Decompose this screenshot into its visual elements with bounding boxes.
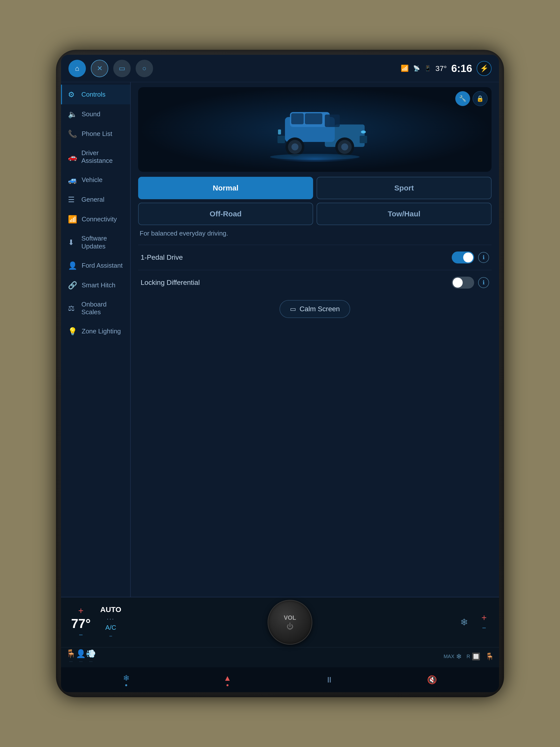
locking-diff-knob bbox=[453, 278, 463, 288]
one-pedal-knob bbox=[463, 253, 473, 262]
person-icon: 👤 bbox=[76, 649, 86, 659]
sidebar-item-general[interactable]: ☰ General bbox=[61, 190, 130, 209]
sidebar-item-sound[interactable]: 🔈 Sound bbox=[61, 104, 130, 124]
person-dots: ··· bbox=[79, 659, 82, 664]
smart-hitch-icon: 🔗 bbox=[68, 281, 77, 290]
close-icon: ✕ bbox=[97, 64, 103, 73]
mode-description: For balanced everyday driving. bbox=[138, 230, 491, 237]
seat-dots: ··· bbox=[69, 659, 73, 664]
screen-button[interactable]: ▭ bbox=[113, 60, 131, 77]
svg-rect-8 bbox=[291, 113, 304, 124]
locking-diff-toggle[interactable] bbox=[452, 277, 474, 289]
zone-lighting-icon: 💡 bbox=[68, 327, 77, 336]
general-label: General bbox=[81, 196, 105, 203]
max-fan-strip-button[interactable]: ❄ bbox=[123, 673, 130, 686]
svg-point-12 bbox=[291, 144, 298, 150]
car-icon-group: 🔧 🔒 bbox=[455, 91, 487, 106]
max-defrost-button[interactable]: MAX ❄ bbox=[444, 652, 461, 661]
sidebar-item-driver-assistance[interactable]: 🚗 Driver Assistance bbox=[61, 144, 130, 170]
mode-towhaul-label: Tow/Haul bbox=[388, 210, 420, 218]
fan-speed-button[interactable]: 💨 ··· bbox=[86, 649, 96, 664]
phone-list-icon: 📞 bbox=[68, 129, 77, 138]
mode-sport-button[interactable]: Sport bbox=[317, 177, 491, 199]
alexa-button[interactable]: ○ bbox=[136, 60, 153, 77]
sound-label: Sound bbox=[82, 110, 100, 118]
ac-label: A/C bbox=[105, 624, 116, 632]
svg-point-16 bbox=[361, 130, 366, 133]
car-settings-button[interactable]: 🔧 bbox=[455, 91, 470, 106]
mute-button[interactable]: 🔇 bbox=[427, 675, 437, 685]
home-icon: ⌂ bbox=[75, 65, 79, 73]
temp-right-plus-button[interactable]: + bbox=[481, 613, 486, 623]
vol-knob-wrapper: VOL ⏻ bbox=[126, 600, 454, 645]
temp-left-minus-button[interactable]: − bbox=[79, 631, 83, 639]
connectivity-label: Connectivity bbox=[82, 215, 117, 223]
hvac-icons-row: 🪑 ··· 👤 ··· 💨 ··· MAX ❄ bbox=[61, 647, 499, 667]
calm-screen-button[interactable]: ▭ Calm Screen bbox=[279, 300, 350, 318]
pause-icon: ⏸ bbox=[325, 675, 333, 685]
sidebar-item-onboard-scales[interactable]: ⚖ Onboard Scales bbox=[61, 295, 130, 321]
sidebar-item-smart-hitch[interactable]: 🔗 Smart Hitch bbox=[61, 275, 130, 295]
controls-label: Controls bbox=[81, 91, 106, 98]
seat-heat-left-button[interactable]: 🪑 ··· bbox=[66, 649, 76, 664]
locking-diff-label: Locking Differential bbox=[141, 279, 452, 287]
sidebar-item-connectivity[interactable]: 📶 Connectivity bbox=[61, 209, 130, 229]
locking-diff-info-button[interactable]: ℹ bbox=[478, 277, 489, 288]
temp-left-plus-button[interactable]: + bbox=[78, 606, 83, 616]
sidebar-item-ford-assistant[interactable]: 👤 Ford Assistant bbox=[61, 256, 130, 275]
sidebar-item-vehicle[interactable]: 🚙 Vehicle bbox=[61, 170, 130, 190]
rear-defrost-button[interactable]: R 🔲 bbox=[466, 652, 480, 661]
zone-lighting-label: Zone Lighting bbox=[82, 328, 121, 335]
power-icon: ⏻ bbox=[287, 622, 293, 630]
software-updates-icon: ⬇ bbox=[68, 238, 77, 247]
volume-knob[interactable]: VOL ⏻ bbox=[268, 600, 312, 645]
alexa-icon: ○ bbox=[142, 65, 146, 73]
max-fan-dot bbox=[125, 684, 127, 686]
hvac-bar: + 77° − AUTO ··· A/C − VOL ⏻ bbox=[61, 597, 499, 667]
left-temp-display: 77° bbox=[71, 616, 91, 631]
svg-point-18 bbox=[270, 154, 359, 160]
onboard-scales-label: Onboard Scales bbox=[81, 301, 124, 316]
bottom-strip: ❄ ▲ ⏸ 🔇 bbox=[61, 667, 499, 692]
wifi-icon: 📶 bbox=[401, 65, 409, 72]
mode-sport-label: Sport bbox=[394, 184, 414, 192]
one-pedal-toggle[interactable] bbox=[452, 252, 474, 263]
ford-assistant-icon: 👤 bbox=[68, 261, 77, 270]
sidebar-item-controls[interactable]: ⚙ Controls bbox=[61, 85, 130, 104]
main-content: ⚙ Controls 🔈 Sound 📞 Phone List 🚗 Driver… bbox=[61, 82, 499, 597]
svg-point-15 bbox=[341, 144, 348, 150]
hvac-right-icons: MAX ❄ R 🔲 🪑 bbox=[444, 652, 494, 661]
ac-minus-button[interactable]: − bbox=[109, 633, 112, 639]
pause-button[interactable]: ⏸ bbox=[325, 675, 333, 685]
sidebar-item-zone-lighting[interactable]: 💡 Zone Lighting bbox=[61, 321, 130, 341]
connectivity-icon: 📶 bbox=[68, 215, 77, 224]
fan-dots: ··· bbox=[89, 659, 92, 664]
hazard-button[interactable]: ▲ bbox=[223, 673, 232, 686]
sidebar-item-phone-list[interactable]: 📞 Phone List bbox=[61, 124, 130, 144]
mode-offroad-button[interactable]: Off-Road bbox=[138, 203, 313, 225]
sidebar-item-software-updates[interactable]: ⬇ Software Updates bbox=[61, 229, 130, 256]
one-pedal-info-button[interactable]: ℹ bbox=[478, 252, 489, 263]
mode-normal-button[interactable]: Normal bbox=[138, 177, 313, 199]
hvac-left-temp: + 77° − bbox=[66, 606, 96, 639]
driver-assistance-label: Driver Assistance bbox=[81, 149, 124, 164]
close-button[interactable]: ✕ bbox=[91, 60, 108, 77]
calm-screen-label: Calm Screen bbox=[300, 305, 340, 313]
vol-label: VOL bbox=[284, 614, 296, 621]
person-icon-button[interactable]: 👤 ··· bbox=[76, 649, 86, 664]
car-lock-button[interactable]: 🔒 bbox=[473, 91, 487, 106]
max-fan-icon: ❄ bbox=[123, 673, 130, 683]
vehicle-icon: 🚙 bbox=[68, 176, 77, 184]
mode-towhaul-button[interactable]: Tow/Haul bbox=[317, 203, 491, 225]
temp-right-minus-button[interactable]: − bbox=[482, 624, 486, 632]
device-outer: ⌂ ✕ ▭ ○ 📶 📡 📱 37° 6:16 ⚡ bbox=[56, 50, 504, 697]
car-display: 🔧 🔒 bbox=[138, 87, 491, 172]
sidebar: ⚙ Controls 🔈 Sound 📞 Phone List 🚗 Driver… bbox=[61, 82, 131, 597]
mute-icon: 🔇 bbox=[427, 675, 437, 685]
screen-icon: ▭ bbox=[119, 64, 125, 73]
seat-heat-right-button[interactable]: 🪑 bbox=[485, 652, 494, 661]
svg-rect-6 bbox=[277, 136, 285, 143]
toggle-row-one-pedal: 1-Pedal Drive ℹ bbox=[138, 245, 491, 270]
rear-defrost-icon: 🔲 bbox=[472, 652, 480, 661]
home-button[interactable]: ⌂ bbox=[69, 60, 86, 77]
